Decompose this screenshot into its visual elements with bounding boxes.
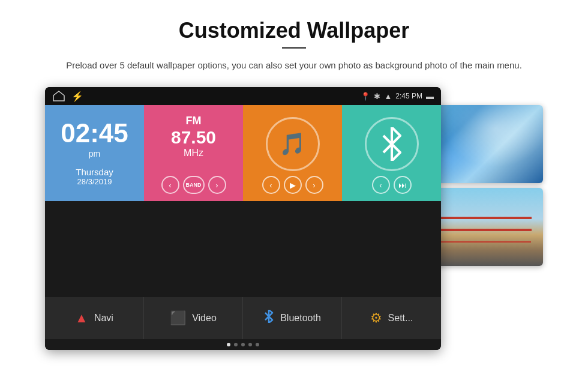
music-next-button[interactable]: › [305,176,323,194]
ice-cave-image [423,105,543,183]
dot-2[interactable] [234,343,238,346]
settings-icon: ⚙ [370,310,382,326]
nav-video-label: Video [192,313,217,324]
tile-fm: FM 87.50 MHz ‹ BAND › [144,105,243,201]
fm-band-button[interactable]: BAND [183,176,205,194]
side-images [423,105,543,266]
nav-video[interactable]: ⬛ Video [144,297,243,339]
tile-clock: 02:45 pm Thursday 28/3/2019 [45,105,144,201]
music-circle: 🎵 [266,117,320,171]
nav-bluetooth[interactable]: Bluetooth [243,297,342,339]
dot-5[interactable] [256,343,259,346]
video-icon: ⬛ [170,310,186,326]
clock-ampm: pm [89,149,100,158]
clock-date: 28/3/2019 [77,177,112,186]
dot-3[interactable] [241,343,245,346]
status-time: 2:45 PM [395,92,422,100]
bt-controls: ‹ ⏭ [372,176,412,194]
nav-settings-label: Sett... [388,313,413,324]
music-prev-button[interactable]: ‹ [262,176,280,194]
fm-next-button[interactable]: › [208,176,226,194]
side-image-ice [423,105,543,183]
wifi-icon: ▲ [384,92,392,101]
title-underline [282,47,306,49]
device-area: ⚡ 📍 ✱ ▲ 2:45 PM ▬ 02:45 pm Thursday 28/3… [36,87,552,350]
fm-frequency: 87.50 [171,127,216,148]
nav-settings[interactable]: ⚙ Sett... [342,297,441,339]
home-icon [52,91,65,101]
bt-skip-button[interactable]: ⏭ [394,176,412,194]
fm-unit: MHz [171,148,216,158]
battery-icon: ▬ [426,92,434,101]
tile-music: 🎵 ‹ ▶ › [243,105,342,201]
nav-bt-svg [263,310,274,323]
bottom-nav: ▲ Navi ⬛ Video Bluetooth ⚙ [45,297,441,339]
fm-label: FM [171,115,216,127]
nav-navi[interactable]: ▲ Navi [45,297,144,339]
dots-row [45,339,441,350]
nav-bluetooth-label: Bluetooth [280,313,321,324]
clock-day: Thursday [76,167,113,177]
fm-controls: ‹ BAND › [161,176,226,194]
bluetooth-status-icon: ✱ [374,92,380,101]
music-play-button[interactable]: ▶ [284,176,302,194]
bt-prev-button[interactable]: ‹ [372,176,390,194]
clock-time: 02:45 [61,120,128,146]
tile-bt: ‹ ⏭ [342,105,441,201]
music-controls: ‹ ▶ › [262,176,323,194]
music-note-icon: 🎵 [279,131,306,157]
side-image-bridge [423,188,543,266]
status-left: ⚡ [52,91,83,102]
main-grid: 02:45 pm Thursday 28/3/2019 FM 87.50 MHz… [45,105,441,297]
usb-icon: ⚡ [71,91,83,102]
bridge-image [423,188,543,266]
bt-circle [365,117,419,171]
dot-1[interactable] [227,343,230,346]
fm-prev-button[interactable]: ‹ [161,176,179,194]
nav-navi-label: Navi [94,313,113,324]
car-screen: ⚡ 📍 ✱ ▲ 2:45 PM ▬ 02:45 pm Thursday 28/3… [45,87,441,350]
dot-4[interactable] [248,343,252,346]
location-icon: 📍 [361,92,370,101]
navi-icon: ▲ [75,310,88,326]
page-title: Customized Wallpaper [36,18,552,43]
nav-bluetooth-icon [263,310,274,327]
page-container: Customized Wallpaper Preload over 5 defa… [0,0,588,368]
page-subtitle: Preload over 5 default wallpaper options… [36,58,552,73]
status-right: 📍 ✱ ▲ 2:45 PM ▬ [361,92,434,101]
bluetooth-icon [379,127,405,161]
status-bar: ⚡ 📍 ✱ ▲ 2:45 PM ▬ [45,87,441,105]
